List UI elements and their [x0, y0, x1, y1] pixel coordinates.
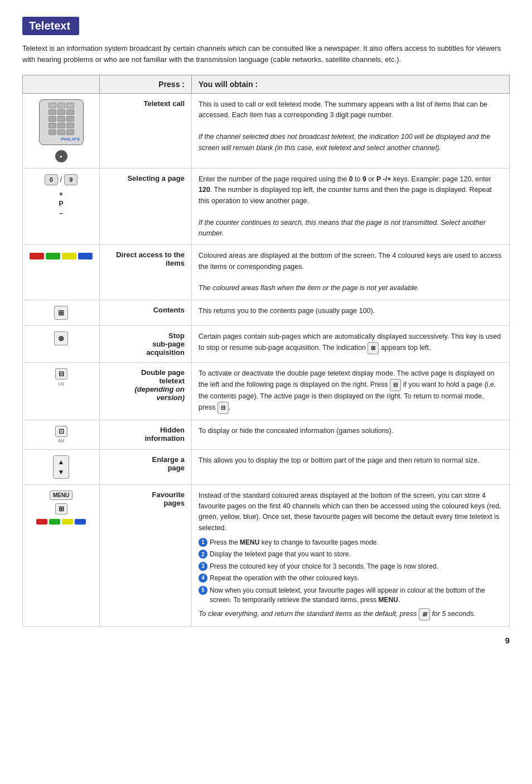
table-row-double-page: ⊟ I·II Double pageteletext(depending on …	[23, 362, 510, 420]
teletext-table: Press : You will obtain :	[22, 75, 510, 627]
obtain-stop-subpage: Certain pages contain sub-pages which ar…	[192, 325, 510, 362]
press-teletext-call: Teletext call	[100, 94, 192, 169]
icon-contents: ⊞	[23, 300, 100, 325]
table-row-selecting-page: 0 / 9 + P – Selecting a page Enter t	[23, 169, 510, 245]
btn-nine: 9	[64, 174, 78, 185]
header-obtain: You will obtain :	[192, 75, 510, 94]
fav-step-5: 5 Now when you consult teletext, your fa…	[199, 586, 502, 605]
icon-direct-access	[23, 245, 100, 300]
press-favourite: Favouritepages	[100, 484, 192, 626]
press-double-page: Double pageteletext(depending on version…	[100, 362, 192, 420]
obtain-direct-access: Coloured areas are displayed at the bott…	[192, 245, 510, 300]
icon-teletext-call: PHILIPS ●	[23, 94, 100, 169]
fav-contents-icon: ⊞	[55, 503, 67, 514]
obtain-teletext-call: This is used to call or exit teletext mo…	[192, 94, 510, 169]
icon-hidden: ⊡ AV	[23, 420, 100, 449]
menu-btn: MENU	[50, 490, 72, 500]
table-header: Press : You will obtain :	[23, 75, 510, 94]
press-stop-subpage: Stopsub-pageacquisition	[100, 325, 192, 362]
fav-step-1: 1 Press the MENU key to change to favour…	[199, 538, 502, 547]
table-row-contents: ⊞ Contents This returns you to the conte…	[23, 300, 510, 325]
table-row-favourite: MENU ⊞ Favouritepages Instead of the sta…	[23, 484, 510, 626]
icon-selecting-page: 0 / 9 + P –	[23, 169, 100, 245]
stop-subpage-icon: ⊛	[54, 331, 68, 345]
press-hidden: Hiddeninformation	[100, 420, 192, 449]
enlarge-icon: ▲ ▼	[53, 455, 70, 479]
table-row-stop-subpage: ⊛ Stopsub-pageacquisition Certain pages …	[23, 325, 510, 362]
page-title-box: Teletext	[22, 17, 79, 35]
page-number: 9	[22, 636, 510, 645]
btn-zero: 0	[45, 174, 58, 185]
intro-text: Teletext is an information system broadc…	[22, 43, 502, 65]
press-selecting-page: Selecting a page	[100, 169, 192, 245]
press-contents: Contents	[100, 300, 192, 325]
contents-icon: ⊞	[54, 306, 68, 320]
table-row-teletext-call: PHILIPS ● Teletext call This is used to …	[23, 94, 510, 169]
icon-favourite: MENU ⊞	[23, 484, 100, 626]
header-icon-col	[23, 75, 100, 94]
obtain-enlarge: This allows you to display the top or bo…	[192, 449, 510, 484]
obtain-favourite: Instead of the standard coloured areas d…	[192, 484, 510, 626]
obtain-contents: This returns you to the contents page (u…	[192, 300, 510, 325]
double-page-icon-top: ⊟	[55, 368, 67, 379]
press-direct-access: Direct access to the items	[100, 245, 192, 300]
icon-double-page: ⊟ I·II	[23, 362, 100, 420]
icon-enlarge: ▲ ▼	[23, 449, 100, 484]
table-row-hidden: ⊡ AV Hiddeninformation To display or hid…	[23, 420, 510, 449]
obtain-selecting-page: Enter the number of the page required us…	[192, 169, 510, 245]
press-enlarge: Enlarge apage	[100, 449, 192, 484]
obtain-double-page: To activate or deactivate the double pag…	[192, 362, 510, 420]
obtain-hidden: To display or hide the concealed informa…	[192, 420, 510, 449]
header-press: Press :	[100, 75, 192, 94]
table-row-direct-access: Direct access to the items Coloured area…	[23, 245, 510, 300]
fav-step-4: 4 Repeat the operation with the other co…	[199, 574, 502, 583]
fav-step-3: 3 Press the coloured key of your choice …	[199, 562, 502, 571]
hidden-icon: ⊡	[55, 426, 67, 437]
fav-step-2: 2 Display the teletext page that you wan…	[199, 550, 502, 559]
table-row-enlarge: ▲ ▼ Enlarge apage This allows you to dis…	[23, 449, 510, 484]
icon-stop-subpage: ⊛	[23, 325, 100, 362]
